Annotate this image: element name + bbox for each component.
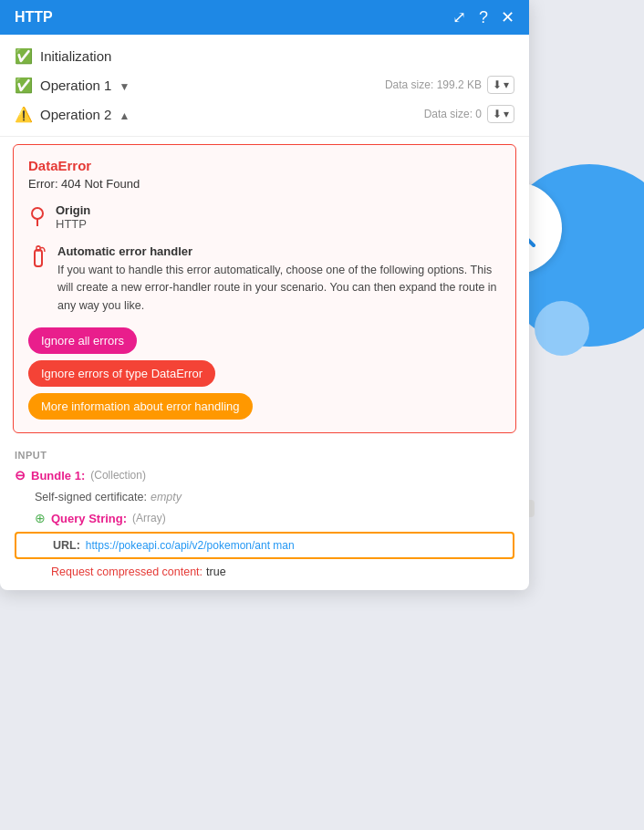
handler-desc: If you want to handle this error automat… <box>57 262 501 315</box>
bundle-name: Bundle 1: <box>31 469 85 482</box>
download-icon-2: ⬇ <box>493 108 502 120</box>
svg-rect-4 <box>35 250 42 266</box>
operation-1-meta: Data size: 199.2 KB ⬇ ▾ <box>385 76 514 94</box>
query-row[interactable]: ⊕ Query String: (Array) <box>15 508 514 528</box>
ignore-all-errors-button[interactable]: Ignore all errors <box>28 327 137 354</box>
success-icon-initialization: ✅ <box>15 47 33 65</box>
operation-name-2: Operation 2 ▲ <box>40 107 130 122</box>
more-info-error-handling-button[interactable]: More information about error handling <box>28 393 253 420</box>
operation-row-2[interactable]: ⚠️ Operation 2 ▲ Data size: 0 ⬇ ▾ <box>0 99 529 129</box>
bundle-type: (Collection) <box>90 469 146 482</box>
fire-extinguisher-icon <box>28 244 48 275</box>
svg-point-2 <box>32 208 43 219</box>
ignore-dataerror-button[interactable]: Ignore errors of type DataError <box>28 360 215 387</box>
error-origin: Origin HTTP <box>28 203 501 232</box>
url-value: https://pokeapi.co/api/v2/pokemon/ant ma… <box>86 539 295 552</box>
origin-value: HTTP <box>56 217 90 231</box>
input-section: INPUT ⊖ Bundle 1: (Collection) Self-sign… <box>0 441 529 590</box>
dropdown-arrow: ▾ <box>504 78 509 91</box>
query-type: (Array) <box>132 512 166 524</box>
input-section-label: INPUT <box>15 450 514 461</box>
error-title: DataError <box>28 158 501 173</box>
op2-download-btn[interactable]: ⬇ ▾ <box>487 105 514 123</box>
warning-icon-op2: ⚠️ <box>15 106 33 123</box>
handler-title: Automatic error handler <box>57 244 501 258</box>
compressed-row: Request compressed content: true <box>15 563 514 581</box>
cert-value: empty <box>151 491 182 503</box>
origin-label: Origin <box>56 203 90 217</box>
dropdown-arrow-2: ▾ <box>504 108 509 120</box>
url-row[interactable]: URL: https://pokeapi.co/api/v2/pokemon/a… <box>15 532 514 559</box>
op2-data-size: Data size: 0 <box>424 108 482 120</box>
cert-label: Self-signed certificate: <box>35 491 147 503</box>
operation-2-meta: Data size: 0 ⬇ ▾ <box>424 105 514 123</box>
compressed-value: true <box>206 565 226 578</box>
expand-icon[interactable]: ⤢ <box>452 9 466 26</box>
success-icon-op1: ✅ <box>15 77 33 94</box>
error-buttons: Ignore all errors Ignore errors of type … <box>28 327 501 420</box>
panel-title: HTTP <box>15 9 53 26</box>
pin-icon <box>28 205 47 232</box>
url-label: URL: <box>53 539 80 552</box>
operation-row-1[interactable]: ✅ Operation 1 ▼ Data size: 199.2 KB ⬇ ▾ <box>0 70 529 99</box>
operations-list: ✅ Initialization ✅ Operation 1 ▼ Data si… <box>0 35 529 137</box>
chevron-down-icon: ▼ <box>119 80 130 93</box>
bg-circle-small <box>535 301 589 356</box>
operation-name-initialization: Initialization <box>40 48 111 64</box>
origin-content: Origin HTTP <box>56 203 90 231</box>
chevron-up-icon: ▲ <box>119 109 130 122</box>
header-actions: ⤢ ? ✕ <box>452 9 514 26</box>
expand-icon-query: ⊕ <box>35 511 46 525</box>
error-box: DataError Error: 404 Not Found Origin HT… <box>13 144 516 433</box>
op1-download-btn[interactable]: ⬇ ▾ <box>487 76 514 94</box>
query-label: Query String: <box>51 512 127 525</box>
cert-field-row: Self-signed certificate: empty <box>15 488 514 506</box>
close-icon[interactable]: ✕ <box>501 9 514 26</box>
http-panel: HTTP ⤢ ? ✕ ✅ Initialization ✅ Operation … <box>0 0 529 590</box>
collapse-icon: ⊖ <box>15 468 26 482</box>
error-handler: Automatic error handler If you want to h… <box>28 244 501 315</box>
error-message: Error: 404 Not Found <box>28 177 501 191</box>
handler-content: Automatic error handler If you want to h… <box>57 244 501 315</box>
bundle-row[interactable]: ⊖ Bundle 1: (Collection) <box>15 468 514 482</box>
operation-row-initialization[interactable]: ✅ Initialization <box>0 42 529 70</box>
op1-data-size: Data size: 199.2 KB <box>385 78 482 91</box>
download-icon: ⬇ <box>493 78 502 91</box>
compressed-label: Request compressed content: <box>51 565 203 578</box>
panel-header: HTTP ⤢ ? ✕ <box>0 0 529 35</box>
help-icon[interactable]: ? <box>479 9 488 26</box>
operation-name-1: Operation 1 ▼ <box>40 78 130 93</box>
